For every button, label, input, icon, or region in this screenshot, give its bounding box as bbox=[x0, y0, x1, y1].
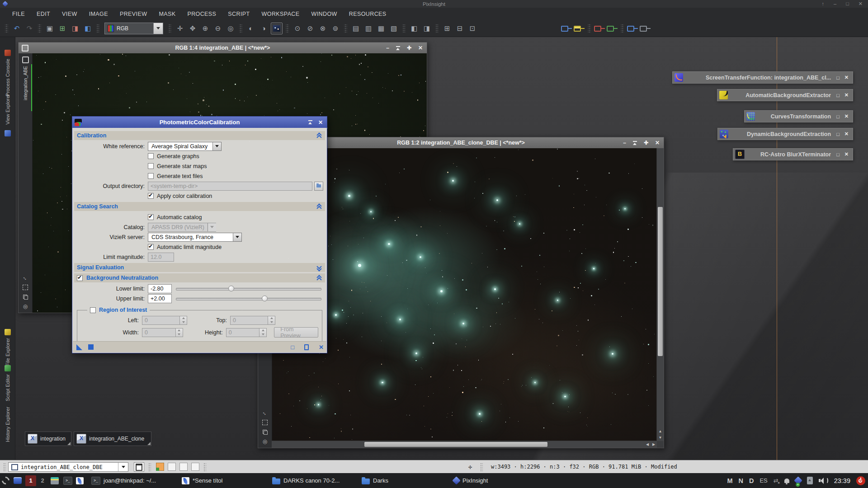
upper-limit-slider[interactable] bbox=[176, 294, 321, 303]
screen-stf-green-icon[interactable] bbox=[607, 23, 618, 34]
taskbar-window-darks[interactable]: Darks bbox=[362, 473, 388, 488]
limit-magnitude-input[interactable]: 12.0 bbox=[148, 253, 174, 262]
power-icon[interactable] bbox=[856, 476, 865, 485]
window1-view-strip[interactable]: integration_ABE ↔ ◎ bbox=[19, 53, 33, 313]
spin-up-icon[interactable] bbox=[176, 328, 183, 333]
generate-graphs-checkbox[interactable] bbox=[148, 153, 154, 159]
readout-crosshair-icon[interactable]: ✛ bbox=[468, 463, 472, 470]
vizier-server-dropdown[interactable]: CDS Strasbourg, France bbox=[148, 233, 242, 242]
new-instance-icon[interactable] bbox=[76, 344, 82, 350]
channel-selector[interactable]: RGB bbox=[104, 23, 163, 34]
close-icon[interactable]: ✕ bbox=[318, 119, 323, 126]
mask-enabled-icon[interactable]: ⊙ bbox=[292, 23, 303, 34]
zoom-in-icon[interactable]: ⊕ bbox=[200, 23, 211, 34]
collapse-section-icon[interactable] bbox=[316, 275, 322, 281]
removable-media-icon[interactable] bbox=[807, 477, 813, 484]
zoom-out-icon[interactable]: ⊖ bbox=[212, 23, 223, 34]
resize-mode-icon[interactable]: ↔ bbox=[22, 274, 29, 282]
lower-limit-slider[interactable] bbox=[176, 284, 321, 293]
show-desktop-icon[interactable] bbox=[14, 477, 22, 484]
statusbar-handle[interactable] bbox=[3, 463, 6, 471]
file-explorer-icon[interactable] bbox=[0, 329, 15, 335]
workspace-slot-3[interactable] bbox=[179, 463, 188, 471]
track-view-icon[interactable]: ✛ bbox=[175, 23, 185, 34]
roi-width-stepper[interactable]: 0 bbox=[142, 328, 183, 337]
screen-stf-enable-icon[interactable] bbox=[561, 23, 572, 34]
readout-target-icon[interactable]: ◎ bbox=[263, 439, 267, 444]
split-vertical-icon[interactable]: ◨ bbox=[421, 23, 432, 34]
close-icon[interactable]: ✕ bbox=[844, 92, 849, 98]
workspace-2-button[interactable]: 2 bbox=[37, 475, 48, 486]
spin-down-icon[interactable] bbox=[268, 320, 275, 324]
indicator-n[interactable]: N bbox=[738, 477, 743, 484]
applications-menu-icon[interactable] bbox=[0, 475, 11, 486]
reset-icon[interactable]: ✕ bbox=[319, 344, 323, 350]
realtime-preview-icon[interactable]: □ bbox=[291, 344, 294, 350]
fit-view-icon[interactable]: ◎ bbox=[225, 23, 236, 34]
combine-channels-icon[interactable]: ◧ bbox=[82, 23, 93, 34]
workspace-settings-icon[interactable]: ⊡ bbox=[467, 23, 478, 34]
dropdown-arrow-icon[interactable] bbox=[118, 463, 128, 471]
sidebar-item-history-explorer[interactable]: History Explorer bbox=[0, 407, 15, 442]
screen-stf-blue-icon[interactable] bbox=[627, 23, 638, 34]
taskbar-window-darks-canon[interactable]: DARKS canon 70-2... bbox=[272, 473, 340, 488]
center-view-icon[interactable]: ✥ bbox=[187, 23, 198, 34]
file-manager-launcher-icon[interactable] bbox=[51, 477, 59, 484]
process-instance-dynamicbackgroundextraction[interactable]: DynamicBackgroundExtraction □✕ bbox=[717, 128, 853, 140]
pleiades-image[interactable] bbox=[272, 148, 664, 448]
terminal-launcher-icon[interactable]: >_ bbox=[63, 477, 72, 485]
extract-channels-icon[interactable]: ◨ bbox=[70, 23, 80, 34]
menu-window[interactable]: WINDOW bbox=[306, 9, 343, 19]
browse-folder-icon[interactable] bbox=[314, 182, 323, 191]
indicator-d[interactable]: D bbox=[749, 477, 754, 484]
sidebar-item-process-console[interactable]: Process Console bbox=[0, 59, 15, 96]
process-instance-blurxterminator[interactable]: B RC-Astro BlurXTerminator □✕ bbox=[733, 148, 853, 160]
restore-icon[interactable]: □ bbox=[836, 152, 840, 157]
spin-up-icon[interactable] bbox=[268, 316, 275, 320]
roi-left-stepper[interactable]: 0 bbox=[142, 316, 187, 325]
pin-icon[interactable]: ✚ bbox=[644, 141, 648, 145]
dialog-titlebar[interactable]: PhotometricColorCalibration ✕ bbox=[72, 117, 327, 128]
spin-up-icon[interactable] bbox=[180, 316, 187, 320]
menu-image[interactable]: IMAGE bbox=[83, 9, 114, 19]
vertical-scroll-thumb[interactable] bbox=[658, 207, 663, 356]
script-editor-icon[interactable] bbox=[0, 365, 15, 371]
restore-icon[interactable]: □ bbox=[836, 114, 840, 119]
shade-icon[interactable] bbox=[633, 141, 637, 145]
restore-icon[interactable]: □ bbox=[836, 93, 840, 98]
process-instance-automaticbackgroundextractor[interactable]: AutomaticBackgroundExtractor □✕ bbox=[717, 89, 853, 101]
tile-columns-icon[interactable]: ▥ bbox=[363, 23, 374, 34]
output-directory-input[interactable]: <system-temp-dir> bbox=[148, 182, 312, 191]
slider-handle[interactable] bbox=[228, 286, 234, 291]
keyboard-layout-indicator[interactable]: ES bbox=[760, 477, 767, 484]
view-explorer-icon[interactable] bbox=[0, 130, 15, 136]
spin-up-icon[interactable] bbox=[259, 328, 266, 333]
spin-down-icon[interactable] bbox=[176, 333, 183, 337]
notifications-icon[interactable] bbox=[784, 479, 789, 483]
close-icon[interactable]: ✕ bbox=[655, 141, 660, 145]
automatic-limit-magnitude-checkbox[interactable] bbox=[148, 244, 154, 250]
section-signal-evaluation[interactable]: Signal Evaluation bbox=[74, 263, 325, 272]
redo-icon[interactable]: ↷ bbox=[24, 23, 35, 34]
mask-select-icon[interactable]: ⊚ bbox=[330, 23, 341, 34]
menu-resources[interactable]: RESOURCES bbox=[343, 9, 392, 19]
text-editor-launcher-icon[interactable] bbox=[76, 477, 84, 484]
mask-inverted-icon[interactable]: ⊘ bbox=[305, 23, 316, 34]
channel-dropdown-arrow-icon[interactable] bbox=[153, 23, 163, 34]
collapse-section-icon[interactable] bbox=[316, 133, 322, 139]
view-identifier-icon[interactable]: ▣ bbox=[44, 23, 55, 34]
view-selector-dropdown[interactable]: integration_ABE_clone_DBE bbox=[8, 462, 128, 472]
menu-edit[interactable]: EDIT bbox=[31, 9, 56, 19]
menu-script[interactable]: SCRIPT bbox=[222, 9, 255, 19]
apply-color-calibration-checkbox[interactable] bbox=[148, 193, 154, 199]
spin-down-icon[interactable] bbox=[259, 333, 266, 337]
copy-view-icon[interactable] bbox=[263, 430, 268, 435]
display-image-mode-icon[interactable] bbox=[271, 23, 283, 34]
roi-top-stepper[interactable]: 0 bbox=[230, 316, 275, 325]
minimized-tab-integration-abe-clone[interactable]: X integration_ABE_clone bbox=[74, 432, 151, 446]
menu-view[interactable]: VIEW bbox=[56, 9, 83, 19]
horizontal-scroll-thumb[interactable] bbox=[364, 442, 547, 447]
window-list-button[interactable] bbox=[134, 462, 144, 472]
restore-icon[interactable]: □ bbox=[836, 75, 840, 80]
split-horizontal-icon[interactable]: ◧ bbox=[409, 23, 420, 34]
